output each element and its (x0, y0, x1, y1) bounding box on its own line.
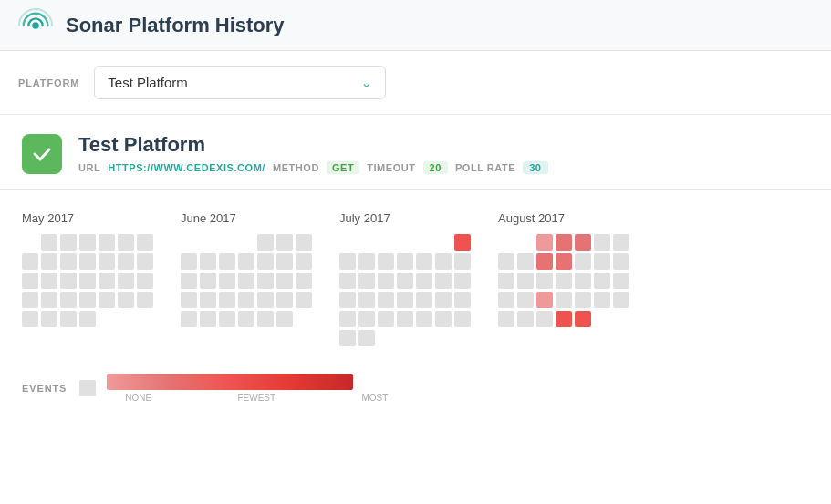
calendar-day-cell (575, 292, 591, 308)
calendar-day-cell (613, 273, 629, 289)
svg-point-0 (32, 22, 39, 29)
calendar-day-cell (378, 253, 394, 270)
calendar-day-cell (200, 273, 216, 289)
calendars-section: May 2017June 2017July 2017August 2017 (0, 190, 831, 365)
calendar-day-cell (41, 253, 57, 270)
calendar-day-cell (118, 234, 134, 251)
calendar-day-cell (498, 273, 514, 289)
calendar-empty-cell (435, 234, 452, 251)
timeout-value: 20 (423, 161, 448, 174)
calendar-day-cell (296, 234, 312, 251)
calendars-row: May 2017June 2017July 2017August 2017 (22, 211, 809, 346)
calendar-empty-cell (517, 234, 534, 251)
calendar-day-cell (257, 292, 274, 308)
calendar-empty-cell (219, 234, 235, 251)
platform-field-label: PLATFORM (18, 77, 79, 88)
calendar-month-label: May 2017 (22, 211, 74, 225)
calendar-month-label: August 2017 (498, 211, 565, 225)
method-label: METHOD (273, 162, 319, 173)
calendar-day-cell (276, 273, 293, 289)
calendar-day-cell (358, 330, 375, 346)
calendar-day-cell (41, 273, 57, 289)
calendar-block: May 2017 (22, 211, 153, 346)
platform-dropdown[interactable]: Test Platform ⌄ (94, 66, 386, 99)
calendar-day-cell (517, 273, 534, 289)
calendar-day-cell (118, 253, 134, 270)
calendar-day-cell (454, 234, 471, 251)
calendar-day-cell (79, 234, 96, 251)
calendar-day-cell (99, 234, 115, 251)
calendar-day-cell (118, 273, 134, 289)
calendar-day-cell (594, 234, 610, 251)
calendar-day-cell (296, 292, 312, 308)
chevron-down-icon: ⌄ (360, 74, 372, 91)
calendar-day-cell (454, 253, 471, 270)
platform-name: Test Platform (78, 133, 548, 157)
calendar-day-cell (435, 273, 452, 289)
calendar-grid (181, 234, 312, 327)
calendar-day-cell (594, 253, 610, 270)
calendar-day-cell (575, 253, 591, 270)
calendar-empty-cell (181, 234, 197, 251)
calendar-day-cell (517, 311, 534, 327)
calendar-day-cell (416, 253, 432, 270)
legend-fewest-label: FEWEST (237, 393, 275, 403)
calendar-day-cell (60, 253, 77, 270)
calendar-day-cell (219, 253, 235, 270)
calendar-day-cell (536, 253, 553, 270)
calendar-day-cell (181, 253, 197, 270)
calendar-day-cell (536, 311, 553, 327)
calendar-day-cell (517, 253, 534, 270)
calendar-day-cell (378, 292, 394, 308)
url-value[interactable]: HTTPS://WWW.CEDEXIS.COM/ (108, 162, 265, 173)
calendar-day-cell (238, 311, 254, 327)
calendar-day-cell (416, 273, 432, 289)
calendar-empty-cell (238, 234, 254, 251)
calendar-day-cell (200, 292, 216, 308)
calendar-day-cell (219, 292, 235, 308)
calendar-grid (22, 234, 153, 327)
calendar-day-cell (575, 273, 591, 289)
calendar-day-cell (219, 311, 235, 327)
calendar-day-cell (41, 311, 57, 327)
calendar-day-cell (397, 292, 413, 308)
calendar-day-cell (498, 311, 514, 327)
calendar-empty-cell (498, 234, 514, 251)
calendar-day-cell (416, 292, 432, 308)
calendar-day-cell (536, 234, 553, 251)
calendar-empty-cell (339, 234, 356, 251)
calendar-day-cell (613, 234, 629, 251)
page-title: Sonar Platform History (66, 14, 285, 37)
calendar-day-cell (276, 234, 293, 251)
legend-gradient-bar (107, 374, 353, 390)
calendar-day-cell (276, 292, 293, 308)
platform-meta-row: URL HTTPS://WWW.CEDEXIS.COM/ METHOD GET … (78, 161, 548, 174)
calendar-block: July 2017 (339, 211, 471, 346)
calendar-day-cell (296, 253, 312, 270)
calendar-day-cell (517, 292, 534, 308)
calendar-day-cell (22, 253, 38, 270)
calendar-month-label: July 2017 (339, 211, 390, 225)
calendar-day-cell (238, 253, 254, 270)
platform-details: Test Platform URL HTTPS://WWW.CEDEXIS.CO… (78, 133, 548, 174)
calendar-day-cell (257, 234, 274, 251)
calendar-day-cell (41, 234, 57, 251)
calendar-day-cell (613, 253, 629, 270)
calendar-day-cell (22, 311, 38, 327)
header: Sonar Platform History (0, 0, 831, 51)
calendar-day-cell (339, 311, 356, 327)
calendar-day-cell (79, 292, 96, 308)
calendar-day-cell (454, 273, 471, 289)
calendar-day-cell (339, 292, 356, 308)
calendar-day-cell (358, 311, 375, 327)
calendar-day-cell (99, 292, 115, 308)
calendar-day-cell (575, 234, 591, 251)
timeout-label: TIMEOUT (367, 162, 415, 173)
calendar-day-cell (41, 292, 57, 308)
calendar-empty-cell (200, 234, 216, 251)
calendar-day-cell (276, 311, 293, 327)
calendar-day-cell (200, 253, 216, 270)
legend-gradient-container: NONE FEWEST MOST (107, 374, 388, 403)
legend-section: EVENTS NONE FEWEST MOST (0, 365, 831, 425)
calendar-day-cell (137, 292, 153, 308)
